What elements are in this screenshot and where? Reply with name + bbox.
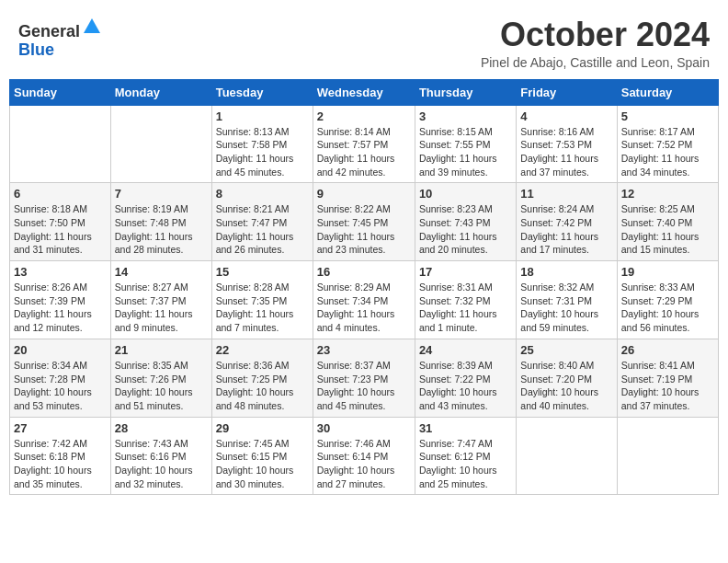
day-number: 5 (621, 109, 714, 123)
day-number: 22 (216, 343, 309, 357)
calendar-cell: 18Sunrise: 8:32 AM Sunset: 7:31 PM Dayli… (517, 261, 617, 339)
calendar-week-row: 20Sunrise: 8:34 AM Sunset: 7:28 PM Dayli… (10, 339, 719, 417)
calendar-cell: 23Sunrise: 8:37 AM Sunset: 7:23 PM Dayli… (313, 339, 415, 417)
day-info: Sunrise: 8:14 AM Sunset: 7:57 PM Dayligh… (317, 125, 411, 179)
day-info: Sunrise: 8:40 AM Sunset: 7:20 PM Dayligh… (520, 359, 612, 413)
day-info: Sunrise: 8:35 AM Sunset: 7:26 PM Dayligh… (115, 359, 208, 413)
calendar-cell: 13Sunrise: 8:26 AM Sunset: 7:39 PM Dayli… (10, 261, 111, 339)
calendar-cell: 17Sunrise: 8:31 AM Sunset: 7:32 PM Dayli… (415, 261, 516, 339)
day-info: Sunrise: 8:31 AM Sunset: 7:32 PM Dayligh… (419, 281, 512, 335)
calendar-cell: 3Sunrise: 8:15 AM Sunset: 7:55 PM Daylig… (415, 105, 516, 183)
day-info: Sunrise: 7:45 AM Sunset: 6:15 PM Dayligh… (216, 437, 309, 491)
day-info: Sunrise: 8:17 AM Sunset: 7:52 PM Dayligh… (621, 125, 714, 179)
day-number: 15 (216, 265, 309, 279)
day-info: Sunrise: 8:23 AM Sunset: 7:43 PM Dayligh… (419, 202, 512, 257)
logo-general: General (18, 22, 80, 40)
calendar-table: SundayMondayTuesdayWednesdayThursdayFrid… (9, 79, 719, 496)
day-info: Sunrise: 7:43 AM Sunset: 6:16 PM Dayligh… (115, 437, 208, 491)
title-block: October 2024 Pinel de Abajo, Castille an… (481, 17, 710, 70)
day-info: Sunrise: 8:22 AM Sunset: 7:45 PM Dayligh… (317, 202, 411, 257)
calendar-day-header: Saturday (617, 79, 718, 105)
day-info: Sunrise: 8:32 AM Sunset: 7:31 PM Dayligh… (520, 281, 612, 335)
day-number: 26 (621, 343, 714, 357)
day-info: Sunrise: 8:28 AM Sunset: 7:35 PM Dayligh… (216, 281, 309, 335)
calendar-cell (517, 417, 617, 495)
day-number: 31 (419, 421, 512, 435)
location: Pinel de Abajo, Castille and Leon, Spain (481, 55, 710, 70)
day-number: 24 (419, 343, 512, 357)
day-number: 27 (14, 421, 107, 435)
day-number: 25 (520, 343, 612, 357)
day-number: 30 (317, 421, 411, 435)
calendar-cell: 24Sunrise: 8:39 AM Sunset: 7:22 PM Dayli… (415, 339, 516, 417)
day-info: Sunrise: 8:26 AM Sunset: 7:39 PM Dayligh… (14, 281, 107, 335)
calendar-cell: 31Sunrise: 7:47 AM Sunset: 6:12 PM Dayli… (415, 417, 516, 495)
day-info: Sunrise: 7:47 AM Sunset: 6:12 PM Dayligh… (419, 437, 512, 491)
calendar-cell: 5Sunrise: 8:17 AM Sunset: 7:52 PM Daylig… (617, 105, 718, 183)
day-info: Sunrise: 8:13 AM Sunset: 7:58 PM Dayligh… (216, 125, 309, 179)
calendar-day-header: Wednesday (313, 79, 415, 105)
day-info: Sunrise: 8:37 AM Sunset: 7:23 PM Dayligh… (317, 359, 411, 413)
svg-marker-0 (84, 18, 100, 33)
day-info: Sunrise: 8:18 AM Sunset: 7:50 PM Dayligh… (14, 202, 107, 257)
day-number: 8 (216, 187, 309, 201)
calendar-week-row: 1Sunrise: 8:13 AM Sunset: 7:58 PM Daylig… (10, 105, 719, 183)
calendar-cell: 4Sunrise: 8:16 AM Sunset: 7:53 PM Daylig… (517, 105, 617, 183)
calendar-cell: 27Sunrise: 7:42 AM Sunset: 6:18 PM Dayli… (10, 417, 111, 495)
calendar-cell: 20Sunrise: 8:34 AM Sunset: 7:28 PM Dayli… (10, 339, 111, 417)
day-info: Sunrise: 8:21 AM Sunset: 7:47 PM Dayligh… (216, 202, 309, 257)
calendar-cell: 16Sunrise: 8:29 AM Sunset: 7:34 PM Dayli… (313, 261, 415, 339)
day-number: 17 (419, 265, 512, 279)
page-header: General Blue October 2024 Pinel de Abajo… (9, 9, 719, 74)
calendar-cell: 28Sunrise: 7:43 AM Sunset: 6:16 PM Dayli… (110, 417, 211, 495)
calendar-cell: 7Sunrise: 8:19 AM Sunset: 7:48 PM Daylig… (110, 183, 211, 261)
day-info: Sunrise: 8:39 AM Sunset: 7:22 PM Dayligh… (419, 359, 512, 413)
day-number: 14 (115, 265, 208, 279)
day-info: Sunrise: 8:19 AM Sunset: 7:48 PM Dayligh… (115, 202, 208, 257)
logo: General Blue (18, 17, 102, 60)
day-info: Sunrise: 8:27 AM Sunset: 7:37 PM Dayligh… (115, 281, 208, 335)
day-number: 23 (317, 343, 411, 357)
day-number: 12 (621, 187, 714, 201)
calendar-cell: 22Sunrise: 8:36 AM Sunset: 7:25 PM Dayli… (211, 339, 313, 417)
day-info: Sunrise: 8:34 AM Sunset: 7:28 PM Dayligh… (14, 359, 107, 413)
day-number: 16 (317, 265, 411, 279)
day-number: 3 (419, 109, 512, 123)
day-number: 10 (419, 187, 512, 201)
calendar-week-row: 6Sunrise: 8:18 AM Sunset: 7:50 PM Daylig… (10, 183, 719, 261)
calendar-cell: 26Sunrise: 8:41 AM Sunset: 7:19 PM Dayli… (617, 339, 718, 417)
calendar-cell: 10Sunrise: 8:23 AM Sunset: 7:43 PM Dayli… (415, 183, 516, 261)
calendar-cell: 29Sunrise: 7:45 AM Sunset: 6:15 PM Dayli… (211, 417, 313, 495)
calendar-cell (110, 105, 211, 183)
day-info: Sunrise: 8:29 AM Sunset: 7:34 PM Dayligh… (317, 281, 411, 335)
day-info: Sunrise: 7:46 AM Sunset: 6:14 PM Dayligh… (317, 437, 411, 491)
calendar-cell: 21Sunrise: 8:35 AM Sunset: 7:26 PM Dayli… (110, 339, 211, 417)
calendar-cell: 25Sunrise: 8:40 AM Sunset: 7:20 PM Dayli… (517, 339, 617, 417)
calendar-cell (10, 105, 111, 183)
calendar-cell: 19Sunrise: 8:33 AM Sunset: 7:29 PM Dayli… (617, 261, 718, 339)
calendar-cell: 15Sunrise: 8:28 AM Sunset: 7:35 PM Dayli… (211, 261, 313, 339)
month-title: October 2024 (481, 17, 710, 53)
calendar-header-row: SundayMondayTuesdayWednesdayThursdayFrid… (10, 79, 719, 105)
logo-icon (82, 17, 102, 37)
calendar-day-header: Tuesday (211, 79, 313, 105)
calendar-week-row: 27Sunrise: 7:42 AM Sunset: 6:18 PM Dayli… (10, 417, 719, 495)
day-number: 1 (216, 109, 309, 123)
calendar-cell: 6Sunrise: 8:18 AM Sunset: 7:50 PM Daylig… (10, 183, 111, 261)
calendar-cell: 9Sunrise: 8:22 AM Sunset: 7:45 PM Daylig… (313, 183, 415, 261)
calendar-cell (617, 417, 718, 495)
calendar-cell: 11Sunrise: 8:24 AM Sunset: 7:42 PM Dayli… (517, 183, 617, 261)
logo-blue: Blue (18, 40, 54, 59)
day-number: 6 (14, 187, 107, 201)
day-number: 2 (317, 109, 411, 123)
calendar-day-header: Sunday (10, 79, 111, 105)
calendar-cell: 8Sunrise: 8:21 AM Sunset: 7:47 PM Daylig… (211, 183, 313, 261)
day-number: 7 (115, 187, 208, 201)
calendar-cell: 2Sunrise: 8:14 AM Sunset: 7:57 PM Daylig… (313, 105, 415, 183)
day-number: 18 (520, 265, 612, 279)
day-info: Sunrise: 8:25 AM Sunset: 7:40 PM Dayligh… (621, 202, 714, 257)
day-info: Sunrise: 8:36 AM Sunset: 7:25 PM Dayligh… (216, 359, 309, 413)
day-number: 9 (317, 187, 411, 201)
day-number: 28 (115, 421, 208, 435)
day-info: Sunrise: 8:41 AM Sunset: 7:19 PM Dayligh… (621, 359, 714, 413)
